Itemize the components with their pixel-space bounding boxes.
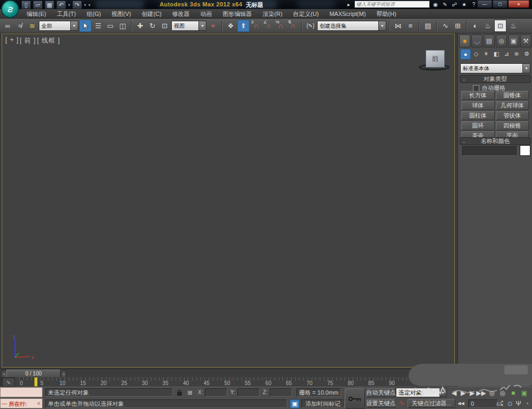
menu-modifiers[interactable]: 修改器 (167, 9, 195, 19)
selection-filter-dropdown[interactable]: 全部 ▾ (39, 21, 78, 31)
menu-maxscript[interactable]: MAXScript(M) (324, 9, 371, 19)
qat-customize-icon[interactable]: ▾ (88, 3, 90, 7)
y-coordinate-field[interactable] (237, 388, 260, 397)
spacewarps-icon[interactable]: ≋ (512, 49, 521, 59)
angle-snap-toggle-icon[interactable]: ∠ ∩ (263, 20, 274, 31)
keyboard-shortcut-override-icon[interactable]: ⬆ (237, 20, 250, 32)
set-keys-curve-icon[interactable]: ∿ (397, 399, 406, 407)
lights-icon[interactable]: ☀ (481, 49, 491, 59)
menu-graph-editors[interactable]: 图形编辑器 (218, 9, 257, 19)
select-and-link-icon[interactable]: ∞ (2, 20, 13, 31)
select-and-manipulate-icon[interactable]: ❖ (225, 20, 236, 31)
time-slider-handle[interactable]: 0 / 100 (6, 370, 61, 378)
menu-group[interactable]: 组(G) (81, 9, 106, 19)
minimize-icon[interactable]: — (477, 0, 492, 8)
render-setup-icon[interactable]: ♨ (482, 20, 493, 31)
torus-button[interactable]: 圆环 (461, 121, 495, 130)
object-color-swatch[interactable] (520, 145, 530, 156)
set-key-button[interactable]: 设置关键点 (367, 399, 395, 408)
spinner-snap-toggle-icon[interactable]: ⇅ ∩ (287, 20, 298, 31)
rectangular-selection-region-icon[interactable]: ▭ (105, 20, 116, 31)
trackbar-ruler[interactable]: 051015202530354045505560657075808590 (15, 377, 416, 387)
menu-animation[interactable]: 动画 (195, 9, 218, 19)
cameras-icon[interactable]: ◧ (492, 49, 501, 59)
redo-dropdown-icon[interactable]: ▾ (84, 3, 86, 7)
select-and-scale-icon[interactable]: ⊡ (159, 20, 170, 31)
name-color-rollout-header[interactable]: - 名称和颜色 (460, 137, 531, 145)
communication-center-icon[interactable]: ☍ (451, 1, 459, 8)
shapes-icon[interactable]: ◇ (471, 49, 481, 59)
absolute-offset-mode-icon[interactable]: ⊞ (186, 389, 194, 397)
isolate-selection-icon[interactable]: ▣ (290, 399, 300, 408)
select-by-name-icon[interactable]: ☰ (93, 20, 104, 31)
subscription-icon[interactable]: ✎ (441, 1, 449, 8)
favorites-icon[interactable]: ★ (460, 1, 468, 8)
close-icon[interactable]: × (508, 0, 529, 8)
tube-button[interactable]: 管状体 (496, 111, 529, 120)
auto-key-button[interactable]: 自动关键点 (367, 388, 395, 397)
new-file-icon[interactable]: ▯ (21, 1, 31, 9)
tab-modify-icon[interactable]: ◡ (471, 35, 483, 47)
geometry-icon[interactable]: ● (460, 49, 471, 60)
menu-customize[interactable]: 自定义(U) (288, 9, 324, 19)
tab-create-icon[interactable]: ● (459, 35, 470, 47)
set-keys-button[interactable] (345, 388, 365, 409)
infocenter-expand-icon[interactable]: ▸ (345, 1, 353, 8)
mirror-icon[interactable]: ⋈ (393, 20, 404, 31)
menu-views[interactable]: 视图(V) (106, 9, 137, 19)
menu-rendering[interactable]: 渲染(R) (257, 9, 288, 19)
viewport-pov-menu[interactable]: [ 前 ] (20, 36, 36, 45)
viewcube[interactable]: 前 (419, 49, 452, 73)
menu-create[interactable]: 创建(C) (136, 9, 167, 19)
autogrid-checkbox[interactable] (473, 85, 479, 91)
tab-display-icon[interactable]: ▣ (508, 35, 519, 47)
box-button[interactable]: 长方体 (461, 91, 495, 100)
object-name-input[interactable] (462, 146, 518, 156)
named-selection-sets-dropdown[interactable]: 创建选择集 ▾ (317, 21, 386, 31)
menu-edit[interactable]: 编辑(E) (21, 9, 52, 19)
tab-utilities-icon[interactable]: ⚒ (520, 35, 531, 47)
x-coordinate-field[interactable] (205, 388, 227, 397)
tab-motion-icon[interactable]: ◎ (496, 35, 507, 47)
tab-hierarchy-icon[interactable]: ▤ (484, 35, 495, 47)
track-bar[interactable]: ∿ 051015202530354045505560657075808590 (0, 377, 458, 387)
mini-curve-editor-icon[interactable]: ∿ (2, 378, 15, 387)
align-icon[interactable]: ≡ (405, 20, 416, 31)
unlink-selection-icon[interactable]: ≉ (14, 20, 26, 31)
helpers-icon[interactable]: ⊿ (502, 49, 511, 59)
z-coordinate-field[interactable] (270, 388, 292, 397)
application-menu-button[interactable]: Ƨ (1, 0, 19, 18)
select-and-rotate-icon[interactable]: ↻ (147, 20, 158, 31)
selection-lock-icon[interactable] (175, 389, 184, 397)
geometry-category-dropdown[interactable]: 标准基本体 ▾ (460, 63, 530, 73)
geosphere-button[interactable]: 几何球体 (496, 101, 529, 110)
select-and-move-icon[interactable]: ✚ (135, 20, 146, 31)
viewport-general-menu[interactable]: [ + ] (5, 36, 19, 45)
save-file-icon[interactable]: ▦ (45, 1, 54, 9)
reference-coordinate-system-dropdown[interactable]: 视图 ▾ (171, 21, 206, 31)
systems-icon[interactable]: ⚙ (522, 49, 531, 59)
percent-snap-toggle-icon[interactable]: % ∩ (275, 20, 286, 31)
search-icon[interactable]: ◉ (431, 1, 439, 8)
next-frame-icon[interactable]: > (61, 370, 66, 378)
maxscript-mini-listener[interactable] (0, 387, 43, 397)
open-file-icon[interactable]: ▱ (33, 1, 43, 9)
material-editor-icon[interactable]: ◐ (470, 20, 481, 31)
viewcube-cube[interactable]: 前 (426, 50, 445, 68)
sphere-button[interactable]: 球体 (461, 101, 495, 110)
undo-dropdown-icon[interactable]: ▾ (68, 3, 70, 7)
undo-icon[interactable]: ↶ (56, 1, 66, 9)
window-crossing-icon[interactable]: ◫ (117, 20, 128, 31)
layer-manager-icon[interactable]: ▤ (422, 20, 434, 31)
edit-named-selection-sets-icon[interactable]: {✎} (305, 20, 316, 31)
render-production-icon[interactable]: ♨ (508, 20, 519, 31)
current-frame-marker[interactable] (34, 377, 38, 387)
bind-to-spacewarp-icon[interactable]: ≋ (27, 20, 38, 31)
rendered-frame-window-icon[interactable]: ⊡ (494, 20, 506, 32)
front-viewport[interactable]: [ + ] [ 前 ] [ 线框 ] 前 z x (2, 34, 455, 368)
menu-tools[interactable]: 工具(T) (52, 9, 81, 19)
redo-icon[interactable]: ↷ (72, 1, 82, 9)
pyramid-button[interactable]: 四棱锥 (496, 121, 529, 130)
snaps-toggle-icon[interactable]: 3 ∩ (251, 20, 262, 31)
menu-help[interactable]: 帮助(H) (371, 9, 402, 19)
